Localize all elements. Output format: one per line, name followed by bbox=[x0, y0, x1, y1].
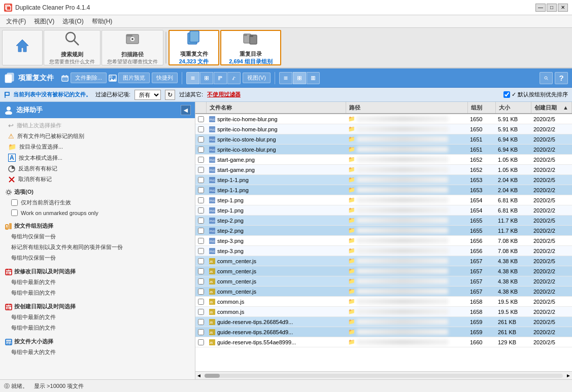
view-menu-button[interactable]: 视图(V) bbox=[243, 73, 271, 83]
menu-view[interactable]: 视图(V) bbox=[30, 16, 58, 27]
th-path[interactable]: 路径 bbox=[346, 102, 468, 113]
duplicate-files-button[interactable]: 项重复文件 24,323 文件 bbox=[169, 30, 219, 65]
th-size[interactable]: 大小 bbox=[496, 102, 531, 113]
row-checkbox[interactable] bbox=[198, 339, 204, 345]
table-row[interactable]: PNG sprite-ico-home-blur.png 📁 1650 5.91… bbox=[195, 124, 572, 134]
table-row[interactable]: JS guide-reserve-tips.266854d9... 📁 1659… bbox=[195, 327, 572, 337]
table-row[interactable]: JS guide-reserve-tips.554ae8999... 📁 166… bbox=[195, 337, 572, 347]
table-row[interactable]: PNG step-2.png 📁 1655 11.7 KB 2020/2/2 bbox=[195, 226, 572, 236]
unmarked-only-checkbox[interactable] bbox=[11, 209, 18, 216]
table-row[interactable]: PNG step-3.png 📁 1656 7.08 KB 2020/2/2 bbox=[195, 246, 572, 256]
row-checkbox[interactable] bbox=[198, 278, 204, 284]
view-medium-button[interactable] bbox=[200, 72, 213, 84]
menu-file[interactable]: 文件(F) bbox=[2, 16, 30, 27]
table-row[interactable]: PNG step-1.png 📁 1654 6.81 KB 2020/2/5 bbox=[195, 195, 572, 205]
row-checkbox[interactable] bbox=[198, 147, 204, 153]
row-checkbox[interactable] bbox=[198, 289, 204, 295]
table-row[interactable]: JS common.js 📁 1658 19.5 KB 2020/2/5 bbox=[195, 297, 572, 307]
oldest-created-action[interactable]: 每组中最旧的文件 bbox=[0, 323, 195, 333]
view-large-button[interactable] bbox=[214, 72, 227, 84]
table-row[interactable]: PNG sprite-ico-home-blur.png 📁 1650 5.91… bbox=[195, 114, 572, 124]
table-row[interactable]: PNG step-2.png 📁 1655 11.7 KB 2020/2/5 bbox=[195, 216, 572, 226]
table-row[interactable]: PNG sprite-ico-store-blur.png 📁 1651 6.9… bbox=[195, 134, 572, 145]
row-checkbox[interactable] bbox=[198, 197, 204, 203]
clear-all-action[interactable]: 取消所有标记 bbox=[0, 174, 195, 185]
largest-file-action[interactable]: 每组中最大的文件 bbox=[0, 347, 195, 358]
invert-action[interactable]: 反选所有有标记 bbox=[0, 163, 195, 174]
table-row[interactable]: PNG sprite-ico-store-blur.png 📁 1651 6.9… bbox=[195, 145, 572, 155]
current-only-option[interactable]: 仅对当前所选行生效 bbox=[0, 197, 195, 208]
preview-button[interactable]: 图片预览 bbox=[118, 73, 150, 83]
table-row[interactable]: JS comm_center.js 📁 1657 4.38 KB 2020/2/… bbox=[195, 266, 572, 276]
table-row[interactable]: PNG step-1.png 📁 1654 6.81 KB 2020/2/2 bbox=[195, 205, 572, 216]
row-checkbox[interactable] bbox=[198, 157, 204, 163]
view-music-button[interactable] bbox=[227, 72, 241, 84]
keep-dir-same-action[interactable]: 标记所有组别以及文件夹相同的项并保留一份 bbox=[0, 242, 195, 253]
row-checkbox[interactable] bbox=[198, 177, 204, 183]
horizontal-scrollbar[interactable]: ◄ ► bbox=[195, 371, 572, 379]
unmarked-only-option[interactable]: Work on unmarked groups only bbox=[0, 208, 195, 218]
search-rules-button[interactable]: 搜索规则 您需要查找什么文件 bbox=[44, 30, 100, 65]
row-checkbox[interactable] bbox=[198, 329, 204, 335]
queue-button[interactable]: 快捷列 bbox=[152, 73, 178, 83]
row-checkbox[interactable] bbox=[198, 238, 204, 244]
row-checkbox[interactable] bbox=[198, 299, 204, 305]
grid-view-button[interactable] bbox=[293, 72, 306, 84]
table-row[interactable]: JS guide-reserve-tips.266854d9... 📁 1659… bbox=[195, 317, 572, 327]
row-checkbox[interactable] bbox=[198, 309, 204, 315]
row-checkbox[interactable] bbox=[198, 248, 204, 254]
table-row[interactable]: PNG step-1-1.png 📁 1653 2.04 KB 2020/2/5 bbox=[195, 175, 572, 185]
list-view-button[interactable] bbox=[279, 72, 292, 84]
sort-checkbox-input[interactable] bbox=[503, 91, 510, 98]
table-row[interactable]: JS comm_center.js 📁 1657 4.38 KB 2020/2/… bbox=[195, 287, 572, 297]
maximize-button[interactable]: □ bbox=[547, 4, 557, 12]
th-date[interactable]: 创建日期 ▲ bbox=[531, 102, 572, 113]
newest-created-action[interactable]: 每组中最新的文件 bbox=[0, 312, 195, 323]
no-filter-button[interactable]: 不使用过滤器 bbox=[207, 91, 241, 98]
minimize-button[interactable]: — bbox=[535, 4, 546, 12]
filter-select[interactable]: 所有 bbox=[134, 90, 161, 100]
menu-options[interactable]: 选项(O) bbox=[58, 16, 87, 27]
left-panel-toggle[interactable]: ◄ bbox=[181, 105, 191, 115]
menu-help[interactable]: 帮助(H) bbox=[88, 16, 117, 27]
keep-one2-action[interactable]: 每组均仅保留一份 bbox=[0, 253, 195, 263]
by-text-action[interactable]: A 按文本模式选择... bbox=[0, 152, 195, 163]
row-checkbox[interactable] bbox=[198, 187, 204, 193]
close-button[interactable]: ✕ bbox=[558, 4, 568, 12]
home-button[interactable] bbox=[2, 30, 43, 65]
table-row[interactable]: JS comm_center.js 📁 1657 4.38 KB 2020/2/… bbox=[195, 256, 572, 266]
oldest-modified-action[interactable]: 每组中最旧的文件 bbox=[0, 288, 195, 298]
all-marked-action[interactable]: ⚠ 所有文件均已被标记的组别 bbox=[0, 131, 195, 141]
scroll-thumb[interactable] bbox=[205, 374, 220, 378]
row-checkbox[interactable] bbox=[198, 136, 204, 142]
row-checkbox[interactable] bbox=[198, 218, 204, 224]
row-checkbox[interactable] bbox=[198, 207, 204, 213]
by-directory-action[interactable]: 📁 按目录位置选择... bbox=[0, 141, 195, 152]
undo-action[interactable]: ↩ 撤销上次选择操作 bbox=[0, 120, 195, 131]
row-checkbox[interactable] bbox=[198, 126, 204, 132]
current-only-checkbox[interactable] bbox=[11, 199, 18, 206]
search-button[interactable] bbox=[540, 72, 553, 84]
scroll-right-button[interactable]: ► bbox=[565, 373, 572, 378]
refresh-button[interactable]: ↻ bbox=[165, 90, 175, 100]
scroll-left-button[interactable]: ◄ bbox=[195, 373, 203, 378]
table-row[interactable]: JS common.js 📁 1658 19.5 KB 2020/2/2 bbox=[195, 307, 572, 317]
th-group[interactable]: 组别 bbox=[468, 102, 496, 113]
row-checkbox[interactable] bbox=[198, 228, 204, 234]
row-checkbox[interactable] bbox=[198, 116, 204, 122]
row-checkbox[interactable] bbox=[198, 319, 204, 325]
delete-button[interactable]: 文件删除... bbox=[71, 73, 107, 83]
table-row[interactable]: PNG start-game.png 📁 1652 1.05 KB 2020/2… bbox=[195, 155, 572, 165]
th-filename[interactable]: 文件名称 bbox=[207, 102, 346, 113]
table-row[interactable]: PNG step-1-1.png 📁 1653 2.04 KB 2020/2/2 bbox=[195, 185, 572, 195]
row-checkbox[interactable] bbox=[198, 258, 204, 264]
help-button[interactable]: ? bbox=[555, 72, 568, 84]
scan-path-button[interactable]: 扫描路径 您希望望在哪查找文件 bbox=[102, 30, 163, 65]
columns-view-button[interactable] bbox=[307, 72, 320, 84]
table-row[interactable]: PNG step-3.png 📁 1656 7.08 KB 2020/2/5 bbox=[195, 236, 572, 246]
table-row[interactable]: JS comm_center.js 📁 1657 4.38 KB 2020/2/… bbox=[195, 276, 572, 287]
row-checkbox[interactable] bbox=[198, 268, 204, 274]
keep-one-action[interactable]: 每组均仅保留一份 bbox=[0, 231, 195, 242]
duplicate-dir-button[interactable]: 重复目录 2,694 组目录组别 bbox=[220, 30, 281, 65]
table-row[interactable]: PNG start-game.png 📁 1652 1.05 KB 2020/2… bbox=[195, 165, 572, 175]
